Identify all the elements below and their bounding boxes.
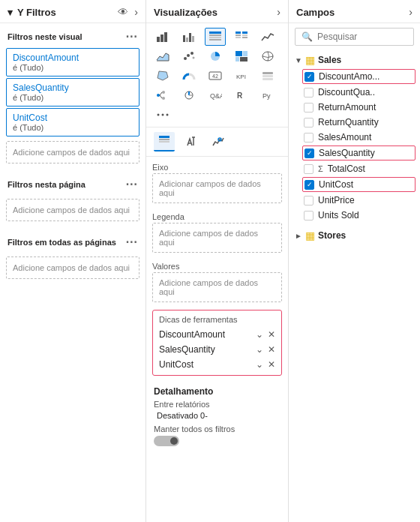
viz-gauge[interactable] bbox=[178, 67, 200, 85]
viz-fields-tab[interactable] bbox=[154, 132, 175, 152]
campos-check-returnquantity[interactable] bbox=[304, 118, 314, 128]
svg-point-18 bbox=[187, 54, 190, 57]
filtros-panel: ▾ Y Filtros 👁 › Filtros neste visual ⋯ D… bbox=[0, 0, 146, 522]
viz-table[interactable] bbox=[205, 28, 226, 46]
campos-check-returnamount[interactable] bbox=[304, 103, 314, 112]
viz-key-influencers[interactable] bbox=[178, 86, 200, 104]
campos-check-salesamount[interactable] bbox=[304, 133, 314, 142]
viz-scatter[interactable] bbox=[178, 47, 200, 65]
svg-rect-6 bbox=[192, 36, 194, 42]
viz-decomp-tree[interactable] bbox=[152, 86, 173, 104]
eye-icon[interactable]: 👁 bbox=[118, 6, 128, 18]
campos-check-discountqua[interactable] bbox=[304, 88, 314, 98]
campos-check-salesquantity[interactable] bbox=[304, 148, 314, 158]
campos-item-unitprice: UnitPrice bbox=[289, 193, 420, 208]
viz-format-tab[interactable] bbox=[181, 132, 202, 152]
campos-group-sales-header[interactable]: ▼ ▦ Sales bbox=[289, 50, 420, 68]
viz-area[interactable] bbox=[152, 47, 173, 65]
detalhamento-toggle[interactable] bbox=[154, 436, 179, 446]
viz-card[interactable]: 42 bbox=[205, 67, 226, 85]
visualizacoes-header: Visualizações › bbox=[146, 0, 288, 23]
campos-name-discountamo: DiscountAmo... bbox=[319, 71, 380, 82]
svg-rect-16 bbox=[242, 37, 248, 38]
campos-item-salesquantity-wrapper: SalesQuantity bbox=[302, 146, 416, 160]
svg-rect-49 bbox=[159, 141, 170, 142]
viz-slicer[interactable] bbox=[257, 67, 278, 85]
campos-name-totalcost: TotalCost bbox=[328, 164, 365, 174]
svg-rect-3 bbox=[183, 35, 185, 42]
campos-item-salesamount: SalesAmount bbox=[289, 130, 420, 145]
svg-rect-5 bbox=[189, 33, 191, 42]
section-all-menu-icon[interactable]: ⋯ bbox=[125, 235, 138, 249]
expand-icon[interactable]: › bbox=[134, 6, 138, 18]
filter-item-unitcost[interactable]: UnitCost é (Tudo) bbox=[6, 108, 140, 136]
dicas-item-1-chevron[interactable]: ⌄ bbox=[256, 344, 263, 355]
campos-check-unitssold[interactable] bbox=[304, 211, 314, 220]
detalhamento-section: Detalhamento Entre relatórios Desativado… bbox=[146, 380, 288, 452]
valores-section: Valores Adicione campos de dados aqui bbox=[146, 256, 288, 305]
section-menu-icon[interactable]: ⋯ bbox=[125, 29, 138, 44]
campos-expand-icon[interactable]: › bbox=[409, 6, 412, 18]
viz-kpi[interactable]: KPI bbox=[231, 67, 252, 85]
viz-icons-grid: 42 KPI Q&A R Py bbox=[146, 23, 288, 128]
svg-rect-0 bbox=[157, 37, 160, 42]
svg-rect-14 bbox=[242, 34, 248, 36]
filtros-header-icons: 👁 › bbox=[118, 6, 138, 18]
stores-table-icon: ▦ bbox=[305, 230, 315, 242]
viz-py[interactable]: Py bbox=[257, 86, 278, 104]
valores-drop[interactable]: Adicione campos de dados aqui bbox=[152, 272, 282, 302]
viz-pie[interactable] bbox=[205, 47, 226, 65]
svg-rect-15 bbox=[236, 37, 241, 38]
eixo-drop[interactable]: Adicionar campos de dados aqui bbox=[152, 173, 282, 203]
campos-check-discountamo[interactable] bbox=[304, 72, 314, 82]
viz-stacked-bar[interactable] bbox=[152, 28, 173, 46]
dicas-item-unitcost: UnitCost ⌄ ✕ bbox=[153, 357, 281, 372]
viz-r[interactable]: R bbox=[231, 86, 252, 104]
viz-qa[interactable]: Q&A bbox=[205, 86, 226, 104]
campos-group-stores-header[interactable]: ► ▦ Stores bbox=[289, 226, 420, 244]
filter-item-salesquantity[interactable]: SalesQuantity é (Tudo) bbox=[6, 78, 140, 106]
dicas-item-1-remove[interactable]: ✕ bbox=[268, 344, 275, 355]
legenda-drop[interactable]: Adicione campos de dados aqui bbox=[152, 223, 282, 253]
campos-name-unitssold: Units Sold bbox=[318, 210, 359, 220]
viz-treemap[interactable] bbox=[231, 47, 252, 65]
svg-point-33 bbox=[157, 94, 160, 97]
viz-analytics-tab[interactable] bbox=[208, 132, 229, 152]
dicas-item-2-chevron[interactable]: ⌄ bbox=[256, 359, 263, 370]
campos-check-unitprice[interactable] bbox=[304, 196, 314, 206]
filter-section-page: Filtros nesta página ⋯ Adicione campos d… bbox=[0, 171, 146, 229]
detalhamento-toggle-row bbox=[154, 436, 280, 446]
campos-check-unitcost[interactable] bbox=[304, 180, 314, 190]
viz-matrix[interactable] bbox=[231, 28, 252, 46]
filter-item-discountamount[interactable]: DiscountAmount é (Tudo) bbox=[6, 48, 140, 76]
svg-text:42: 42 bbox=[212, 74, 218, 79]
svg-rect-4 bbox=[186, 38, 188, 42]
viz-more[interactable] bbox=[152, 106, 173, 124]
viz-filled-map[interactable] bbox=[152, 67, 173, 85]
campos-item-unitcost-wrapper: UnitCost bbox=[302, 177, 416, 192]
svg-rect-48 bbox=[159, 139, 170, 140]
svg-rect-12 bbox=[242, 32, 248, 34]
dicas-item-2-remove[interactable]: ✕ bbox=[268, 359, 275, 370]
svg-point-34 bbox=[162, 91, 165, 94]
dicas-item-0-remove[interactable]: ✕ bbox=[268, 329, 275, 340]
visualizacoes-expand-icon[interactable]: › bbox=[277, 6, 280, 18]
svg-rect-7 bbox=[209, 32, 221, 34]
filtros-neste-visual-label: Filtros neste visual ⋯ bbox=[0, 23, 146, 46]
viz-clustered-bar[interactable] bbox=[178, 28, 200, 46]
viz-map[interactable] bbox=[257, 47, 278, 65]
section-page-menu-icon[interactable]: ⋯ bbox=[125, 177, 138, 191]
dicas-item-0-chevron[interactable]: ⌄ bbox=[256, 329, 263, 340]
campos-search-input[interactable] bbox=[317, 32, 407, 42]
sales-chevron-icon: ▼ bbox=[295, 56, 302, 64]
eixo-section: Eixo Adicionar campos de dados aqui bbox=[146, 157, 288, 206]
legenda-section: Legenda Adicione campos de dados aqui bbox=[146, 206, 288, 256]
svg-point-17 bbox=[184, 57, 187, 60]
campos-name-salesamount: SalesAmount bbox=[318, 132, 371, 142]
svg-rect-25 bbox=[240, 57, 248, 62]
sigma-icon-totalcost: Σ bbox=[318, 164, 323, 173]
stores-group-name: Stores bbox=[318, 230, 346, 241]
svg-point-35 bbox=[162, 97, 165, 100]
viz-line[interactable] bbox=[257, 28, 278, 46]
campos-check-totalcost[interactable] bbox=[304, 164, 314, 174]
